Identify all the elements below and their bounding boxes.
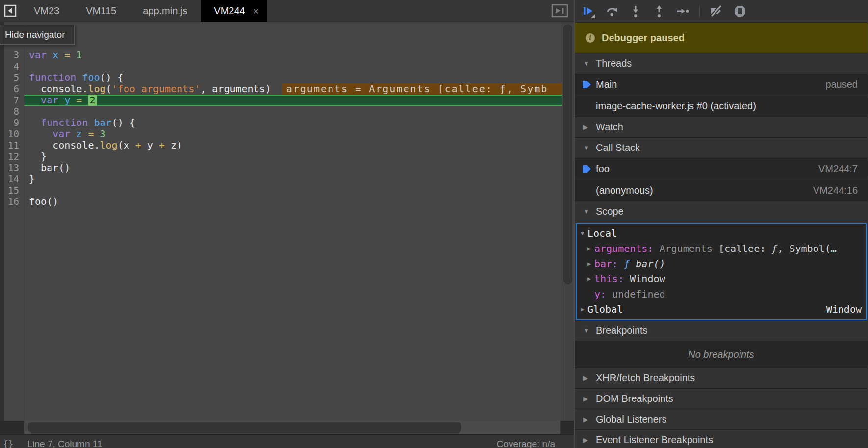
coverage-label: Coverage: n/a [497,439,555,448]
section-title: Scope [596,206,624,217]
code-token [58,50,64,61]
more-tabs-button[interactable] [551,3,569,20]
line-number-15[interactable]: 15 [4,185,19,196]
scope-local-header[interactable]: ▼Local [577,225,866,241]
step-button[interactable] [675,3,690,19]
callstack-row-anonymous[interactable]: (anonymous) VM244:16 [575,179,868,201]
code-lines[interactable]: var x = 1function foo() { console.log('f… [24,22,562,421]
section-breakpoints[interactable]: ▼ Breakpoints [575,320,868,341]
devtools-sources-panel: VM23 VM115 app.min.js VM244 × 3456789101… [0,0,868,448]
hide-navigator-button[interactable] [0,0,21,22]
code-line-12[interactable]: } [24,151,562,162]
thread-row-worker[interactable]: image-cache-worker.js #0 (activated) [575,95,868,117]
line-number-gutter[interactable]: 345678910111213141516 [4,22,24,421]
line-number-14[interactable]: 14 [4,174,19,185]
horizontal-scrollbar-thumb[interactable] [28,422,461,433]
code-token: y [64,95,70,106]
resume-icon [581,4,596,19]
execution-line-7[interactable]: var y = 2 [24,95,562,106]
line-number-16[interactable]: 16 [4,196,19,207]
scope-var-this[interactable]: ▶this: Window [577,271,866,286]
code-token [88,117,94,128]
code-token [82,128,88,140]
section-dom-breakpoints[interactable]: ▶DOM Breakpoints [575,388,868,409]
code-token: var [29,50,47,61]
section-xhr-fetch-breakpoints[interactable]: ▶XHR/fetch Breakpoints [575,368,868,388]
code-token: bar() [29,162,70,174]
thread-row-main[interactable]: Main paused [575,74,868,95]
scope-var-bar[interactable]: ▶bar: ƒ bar() [577,256,866,271]
line-number-6[interactable]: 6 [4,83,19,95]
scope-var-arguments[interactable]: ▶arguments: Arguments [callee: ƒ, Symbol… [577,241,866,256]
line-number-8[interactable]: 8 [4,106,19,117]
section-watch[interactable]: ▶ Watch [575,117,868,137]
line-number-11[interactable]: 11 [4,140,19,151]
code-token [29,117,41,128]
chevron-right-icon: ▶ [587,260,594,267]
code-token: 'foo arguments' [112,83,201,95]
section-event-listener-breakpoints[interactable]: ▶Event Listener Breakpoints [575,429,868,448]
line-number-10[interactable]: 10 [4,128,19,140]
current-frame-marker-icon [583,165,591,173]
code-line-14[interactable]: } [24,174,562,185]
code-token: bar [94,117,111,128]
scope-name: Local [587,227,617,239]
pause-on-exceptions-button[interactable] [732,3,748,19]
line-number-3[interactable]: 3 [4,50,19,61]
current-expression-token: 2 [88,95,97,106]
section-call-stack[interactable]: ▼ Call Stack [575,137,868,158]
code-line-10[interactable]: var z = 3 [24,128,562,140]
thread-status: paused [825,79,858,90]
line-number-13[interactable]: 13 [4,162,19,174]
code-line-9[interactable]: function bar() { [24,117,562,128]
section-global-listeners[interactable]: ▶Global Listeners [575,409,868,429]
chevron-down-icon: ▼ [583,327,590,334]
code-line-3[interactable]: var x = 1 [24,50,562,61]
section-threads[interactable]: ▼ Threads [575,53,868,74]
pretty-print-icon[interactable]: {} [3,439,14,448]
code-token: function [41,117,88,128]
code-line-15[interactable] [24,185,562,196]
step-into-button[interactable] [628,3,643,19]
chevron-right-icon: ▶ [583,436,590,444]
close-tab-icon[interactable]: × [253,6,259,16]
callstack-row-foo[interactable]: foo VM244:7 [575,158,868,179]
pause-on-exceptions-icon [733,4,747,19]
code-line-5[interactable]: function foo() { [24,72,562,83]
resume-button[interactable] [581,3,596,19]
scope-global-value: Window [826,303,862,315]
line-number-12[interactable]: 12 [4,151,19,162]
step-over-button[interactable] [604,3,620,19]
variable-name: y: [594,288,606,300]
code-line-11[interactable]: console.log(x + y + z) [24,140,562,151]
code-token: console. [29,140,100,151]
line-number-9[interactable]: 9 [4,117,19,128]
code-line-16[interactable]: foo() [24,196,562,207]
code-line-6[interactable]: console.log('foo arguments', arguments)a… [24,83,562,95]
code-line-13[interactable]: bar() [24,162,562,174]
vertical-scrollbar[interactable] [562,22,574,421]
horizontal-scrollbar-track[interactable] [24,421,560,434]
line-number-5[interactable]: 5 [4,72,19,83]
tab-app-min-js[interactable]: app.min.js [129,0,201,22]
line-number-7[interactable]: 7 [4,95,19,106]
variable-value: [callee: [713,243,771,254]
section-scope[interactable]: ▼ Scope [575,201,868,222]
tab-vm115[interactable]: VM115 [73,0,129,22]
section-title: DOM Breakpoints [596,393,673,404]
horizontal-scrollbar[interactable] [0,421,574,434]
no-breakpoints-message: No breakpoints [575,341,868,368]
tab-vm244-active[interactable]: VM244 × [201,0,267,22]
step-icon [675,4,690,19]
line-number-4[interactable]: 4 [4,61,19,72]
scope-var-y[interactable]: y: undefined [577,286,866,301]
step-out-button[interactable] [651,3,667,19]
code-line-8[interactable] [24,106,562,117]
deactivate-breakpoints-button[interactable] [709,3,724,19]
cursor-position-label: Line 7, Column 11 [27,439,102,448]
scope-global-header[interactable]: ▶GlobalWindow [577,301,866,317]
code-line-4[interactable] [24,61,562,72]
tab-vm23[interactable]: VM23 [21,0,73,22]
vertical-scrollbar-thumb[interactable] [563,25,572,284]
code-token: console. [29,83,88,95]
